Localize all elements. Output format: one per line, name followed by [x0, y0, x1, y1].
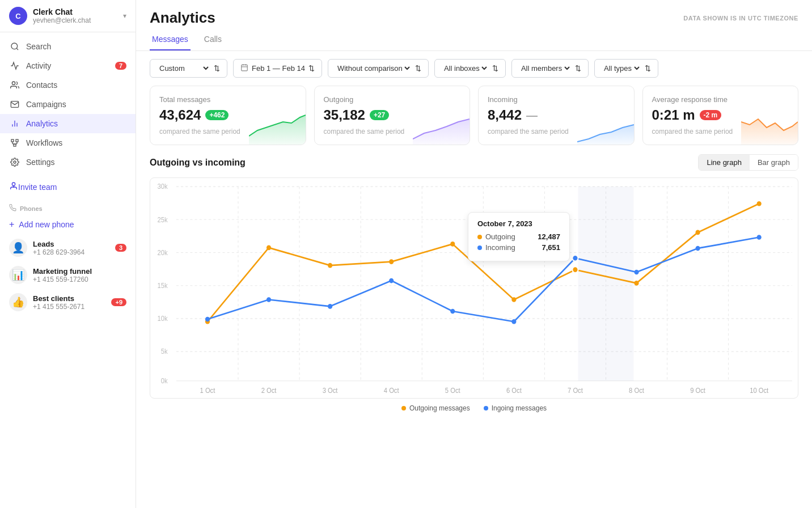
- stat-card-incoming: Incoming 8,442 — compared the same perio…: [478, 86, 635, 145]
- bestclients-avatar: 👍: [9, 293, 27, 311]
- sidebar-item-label: Contacts: [26, 81, 57, 90]
- stat-card-response: Average response time 0:21 m -2 m compar…: [642, 86, 799, 145]
- sidebar-item-campaigns[interactable]: Campaigns: [0, 95, 136, 114]
- tab-calls[interactable]: Calls: [202, 29, 224, 50]
- stat-label-outgoing: Outgoing: [324, 95, 461, 104]
- member-select[interactable]: All members: [519, 64, 572, 73]
- outgoing-dot: [328, 263, 332, 268]
- svg-text:6 Oct: 6 Oct: [506, 387, 522, 394]
- tabs-bar: Messages Calls: [136, 29, 812, 51]
- invite-team-label: Invite team: [18, 183, 57, 192]
- calendar-icon: [240, 64, 248, 73]
- plus-icon: +: [9, 219, 14, 230]
- org-header[interactable]: C Clerk Chat yevhen@clerk.chat ▾: [0, 0, 136, 32]
- tooltip-row-outgoing: Outgoing 12,487: [477, 232, 560, 241]
- add-phone-label: Add new phone: [19, 220, 74, 229]
- tooltip-incoming-dot: [477, 245, 482, 250]
- bestclients-number: +1 415 555-2671: [33, 303, 111, 311]
- svg-text:10k: 10k: [158, 315, 168, 322]
- incoming-dot-active: [572, 255, 578, 261]
- settings-icon: [9, 158, 20, 167]
- phones-label: Phones: [20, 205, 43, 212]
- page-title: Analytics: [150, 9, 215, 27]
- svg-text:0k: 0k: [161, 378, 168, 384]
- stat-card-total: Total messages 43,624 +462 compared the …: [150, 86, 306, 145]
- tab-messages[interactable]: Messages: [150, 29, 191, 50]
- svg-point-0: [11, 43, 18, 49]
- svg-text:9 Oct: 9 Oct: [690, 387, 706, 394]
- member-filter[interactable]: All members ⇅: [511, 59, 589, 78]
- svg-text:5k: 5k: [161, 348, 168, 355]
- period-select[interactable]: Custom Last 7 days Last 30 days: [157, 64, 210, 73]
- svg-text:2 Oct: 2 Oct: [261, 387, 277, 394]
- selected-column: [578, 187, 634, 381]
- tooltip-outgoing-label: Outgoing: [485, 232, 515, 241]
- timezone-note: DATA SHOWN IS IN UTC TIMEZONE: [683, 15, 798, 22]
- legend-outgoing-label: Outgoing messages: [409, 404, 470, 412]
- svg-point-9: [12, 183, 15, 185]
- invite-team-item[interactable]: Invite team: [0, 176, 136, 197]
- legend-incoming-dot: [484, 406, 488, 410]
- phone-list-item-leads[interactable]: 👤 Leads +1 628 629-3964 3: [0, 234, 136, 261]
- type-filter[interactable]: All types ⇅: [594, 59, 658, 78]
- inbox-select[interactable]: All inboxes: [442, 64, 489, 73]
- svg-text:30k: 30k: [158, 183, 168, 190]
- search-icon: [9, 42, 20, 51]
- stat-label-incoming: Incoming: [488, 95, 625, 104]
- comparison-filter[interactable]: Without comparison With comparison ⇅: [328, 59, 429, 78]
- comparison-chevron-icon: ⇅: [415, 64, 421, 73]
- svg-marker-19: [741, 119, 798, 145]
- type-chevron-icon: ⇅: [645, 64, 651, 73]
- inbox-filter[interactable]: All inboxes ⇅: [434, 59, 506, 78]
- main-content: Analytics DATA SHOWN IS IN UTC TIMEZONE …: [136, 0, 812, 508]
- outgoing-dot: [450, 242, 455, 247]
- bar-graph-button[interactable]: Bar graph: [750, 155, 798, 170]
- period-filter[interactable]: Custom Last 7 days Last 30 days ⇅: [150, 59, 227, 78]
- incoming-dot: [696, 246, 700, 251]
- sidebar-item-contacts[interactable]: Contacts: [0, 75, 136, 95]
- sidebar-item-analytics[interactable]: Analytics: [0, 114, 136, 133]
- sidebar: C Clerk Chat yevhen@clerk.chat ▾ Search …: [0, 0, 136, 508]
- tooltip-incoming-label: Incoming: [485, 243, 515, 252]
- svg-text:20k: 20k: [158, 249, 168, 256]
- stat-badge-incoming: —: [526, 109, 538, 122]
- svg-point-8: [14, 161, 16, 163]
- incoming-dot: [450, 309, 455, 314]
- outgoing-dot: [696, 230, 700, 235]
- sidebar-item-activity[interactable]: Activity 7: [0, 56, 136, 75]
- tooltip-row-incoming: Incoming 7,651: [477, 243, 560, 252]
- tooltip-outgoing-value: 12,487: [538, 232, 560, 241]
- chart-legend: Outgoing messages Ingoing messages: [150, 399, 798, 414]
- stat-chart-incoming: [577, 111, 634, 145]
- org-name: Clerk Chat: [33, 7, 91, 16]
- svg-text:10 Oct: 10 Oct: [750, 387, 769, 394]
- svg-text:3 Oct: 3 Oct: [323, 387, 339, 394]
- sidebar-item-workflows[interactable]: Workflows: [0, 133, 136, 153]
- phone-list-item-marketing[interactable]: 📊 Marketing funnel +1 415 559-17260: [0, 261, 136, 289]
- svg-point-1: [12, 82, 15, 84]
- sidebar-item-settings[interactable]: Settings: [0, 153, 136, 172]
- phones-section-header: Phones: [0, 197, 136, 215]
- stat-badge-total: +462: [205, 110, 229, 120]
- phone-list-item-bestclients[interactable]: 👍 Best clients +1 415 555-2671 +9: [0, 289, 136, 316]
- svg-text:15k: 15k: [158, 282, 168, 289]
- incoming-dot: [634, 270, 638, 275]
- sidebar-item-label: Campaigns: [26, 100, 66, 109]
- leads-badge: 3: [115, 244, 126, 252]
- type-select[interactable]: All types: [602, 64, 641, 73]
- stat-chart-outgoing: [413, 111, 470, 145]
- incoming-dot: [205, 317, 210, 322]
- line-graph-button[interactable]: Line graph: [699, 155, 749, 170]
- comparison-select[interactable]: Without comparison With comparison: [335, 64, 412, 73]
- analytics-icon: [9, 119, 20, 128]
- sidebar-item-label: Settings: [26, 158, 55, 167]
- tooltip-incoming-value: 7,651: [542, 243, 560, 252]
- date-range-filter[interactable]: Feb 1 — Feb 14 ⇅: [233, 59, 322, 78]
- svg-rect-5: [11, 139, 14, 142]
- legend-incoming: Ingoing messages: [484, 404, 547, 412]
- sidebar-item-label: Activity: [26, 61, 51, 70]
- sidebar-item-search[interactable]: Search: [0, 37, 136, 56]
- sidebar-nav: Search Activity 7 Contacts Campaigns: [0, 32, 136, 176]
- campaigns-icon: [9, 100, 20, 109]
- add-phone-button[interactable]: + Add new phone: [0, 215, 136, 234]
